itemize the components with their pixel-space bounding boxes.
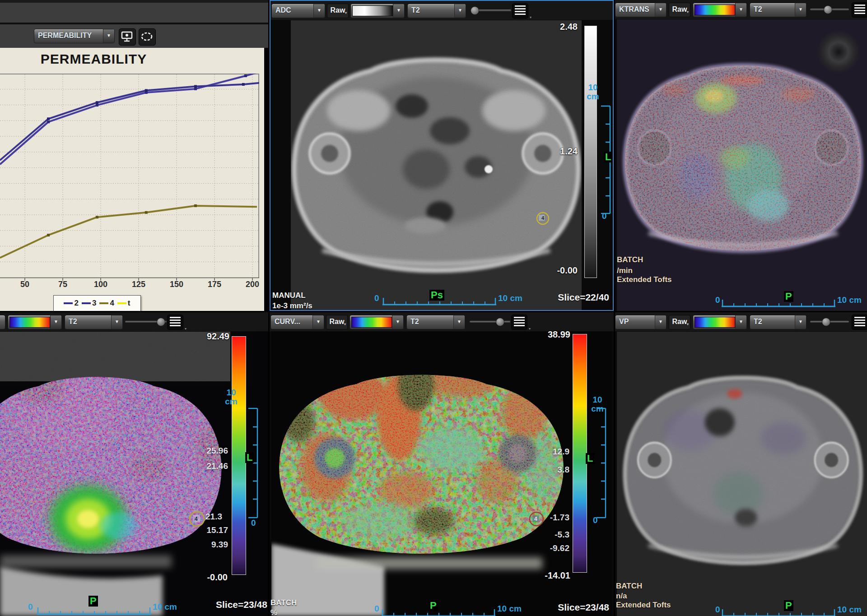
curv-menu-button[interactable]: ▾ (511, 315, 527, 330)
horizontal-ruler (722, 299, 835, 308)
series-line-2 (0, 74, 259, 164)
curv-underlay-dropdown[interactable]: T2 ▼ (406, 315, 465, 329)
adc-toolbar: ADC ▼ Raw ▾ ▼ T2 ▼ ▾ (270, 1, 613, 20)
vp-menu-button[interactable]: ▾ (852, 315, 867, 330)
chevron-down-icon: ▾ (687, 6, 689, 19)
vp-mri-image[interactable] (617, 332, 867, 616)
curv-blend-slider[interactable] (470, 315, 510, 329)
ktrans-raw-button[interactable]: Raw ▾ (669, 3, 690, 17)
hruler-zero: 0 (715, 605, 720, 615)
adc-underlay-dropdown[interactable]: T2 ▼ (407, 4, 466, 18)
hruler-max: 10 cm (153, 602, 177, 612)
hruler-max: 10 cm (837, 295, 862, 305)
vp-toolbar: VP ▼ Raw ▾ ▼ T2 ▼ ▾ (615, 312, 867, 331)
adc-colorbar-mid: 1.24 (545, 146, 578, 157)
bottom-left-viewport[interactable]: ▼ T2 ▼ ▾ (0, 312, 268, 616)
ktrans-blend-slider[interactable] (810, 3, 849, 16)
bl-menu-button[interactable]: ▾ (167, 315, 183, 330)
svg-text:4: 4 (541, 215, 545, 221)
adc-viewport[interactable]: ADC ▼ Raw ▾ ▼ T2 ▼ ▾ (270, 0, 614, 311)
vp-underlay-dropdown[interactable]: T2 ▼ (750, 315, 806, 329)
hruler-max: 10 cm (497, 604, 522, 614)
bl-colorbar-min: -0.00 (191, 572, 228, 583)
adc-map-label: ADC (272, 4, 313, 18)
vertical-scale-label: 10 cm (223, 388, 239, 406)
vp-map-dropdown[interactable]: VP ▼ (615, 315, 667, 329)
x-axis-ticks: 5075100125150175200 (0, 280, 259, 292)
chevron-down-icon: ▼ (795, 3, 806, 17)
ktrans-menu-button[interactable]: ▾ (852, 2, 867, 18)
x-tick-label: 150 (170, 280, 183, 289)
x-tick-label: 50 (20, 280, 29, 289)
orientation-marker-bottom: P (784, 600, 793, 611)
ktrans-palette-dropdown[interactable]: ▼ (693, 3, 747, 17)
ktrans-mri-image[interactable] (617, 19, 867, 311)
adc-raw-button[interactable]: Raw ▾ (327, 4, 349, 18)
vp-viewport[interactable]: VP ▼ Raw ▾ ▼ T2 ▼ ▾ (615, 312, 867, 616)
roi-stat: 21.46 (192, 461, 228, 471)
curv-palette-dropdown[interactable]: ▼ (350, 315, 404, 329)
vp-map-label: VP (615, 315, 655, 329)
adc-palette-dropdown[interactable]: ▼ (350, 4, 405, 18)
crop-icon (139, 29, 154, 44)
mri-workstation: PERMEABILITY ▼ PERMEABILITY 507510012 (0, 0, 867, 616)
hamburger-menu-icon (854, 5, 865, 15)
chevron-down-icon: ▾ (530, 15, 531, 19)
roi-stat: 9.39 (194, 540, 228, 550)
curv-viewport[interactable]: CURV... ▼ Raw ▾ ▼ T2 ▼ ▾ (270, 312, 614, 616)
rainbow-palette-swatch (695, 5, 735, 15)
vp-palette-dropdown[interactable]: ▼ (693, 315, 747, 329)
bl-underlay-dropdown[interactable]: T2 ▼ (65, 315, 123, 329)
curv-map-dropdown[interactable]: CURV... ▼ (270, 315, 324, 329)
roi-stat: -1.73 (532, 513, 569, 523)
permeability-plot[interactable] (0, 74, 259, 281)
legend-swatch (82, 302, 91, 304)
slider-knob[interactable] (471, 6, 479, 15)
chevron-down-icon: ▼ (453, 315, 465, 329)
bl-underlay-label: T2 (65, 315, 111, 329)
legend-label: 3 (92, 299, 96, 308)
slider-knob[interactable] (824, 5, 832, 14)
x-tick-label: 175 (208, 280, 221, 289)
batch-label: BATCH (270, 598, 297, 607)
adc-map-dropdown[interactable]: ADC ▼ (271, 4, 325, 18)
horizontal-ruler (37, 607, 151, 616)
ktrans-viewport[interactable]: KTRANS ▼ Raw ▾ ▼ T2 ▼ ▾ (615, 0, 867, 311)
chevron-down-icon: ▼ (655, 315, 666, 329)
chart-toolbar: PERMEABILITY ▼ (0, 24, 268, 48)
roi-stat: 21.3 (205, 512, 233, 522)
slider-knob[interactable] (157, 318, 165, 326)
adc-mri-image[interactable]: 4 (291, 20, 582, 311)
ktrans-underlay-dropdown[interactable]: T2 ▼ (750, 3, 806, 17)
series-line-3 (0, 82, 259, 160)
roi-shape-button[interactable] (139, 28, 156, 46)
adc-menu-button[interactable]: ▾ (512, 3, 528, 19)
ktrans-map-dropdown[interactable]: KTRANS ▼ (615, 3, 667, 17)
slider-knob[interactable] (496, 318, 504, 326)
rainbow-palette-swatch (695, 317, 735, 328)
send-to-monitor-button[interactable] (119, 28, 136, 46)
ktrans-toolbar: KTRANS ▼ Raw ▾ ▼ T2 ▼ ▾ (615, 0, 867, 19)
chevron-down-icon: ▼ (312, 315, 324, 329)
clipped-dropdown-fragment[interactable] (0, 315, 5, 329)
curv-toolbar: CURV... ▼ Raw ▾ ▼ T2 ▼ ▾ (270, 312, 614, 331)
vertical-scale-zero: 0 (593, 515, 598, 525)
curv-map-label: CURV... (271, 315, 312, 329)
hruler-max: 10 cm (498, 293, 522, 303)
chevron-down-icon: ▾ (345, 7, 347, 19)
permeability-dropdown[interactable]: PERMEABILITY ▼ (34, 29, 115, 43)
bl-blend-slider[interactable] (125, 315, 167, 329)
top-header-bar (0, 0, 268, 23)
curv-raw-button[interactable]: Raw ▾ (326, 315, 348, 329)
vp-raw-button[interactable]: Raw ▾ (669, 315, 690, 329)
bl-parametric-map[interactable]: 4 (0, 332, 268, 616)
curv-colorbar (573, 334, 587, 573)
adc-blend-slider[interactable] (471, 4, 511, 17)
model-label: Extended Tofts (617, 275, 672, 284)
slider-knob[interactable] (822, 318, 830, 326)
units-label: n/a (616, 592, 627, 601)
curv-raw-label: Raw (330, 318, 345, 325)
vp-blend-slider[interactable] (810, 315, 849, 329)
bl-palette-dropdown[interactable]: ▼ (8, 315, 62, 329)
series-line-4 (0, 206, 257, 258)
